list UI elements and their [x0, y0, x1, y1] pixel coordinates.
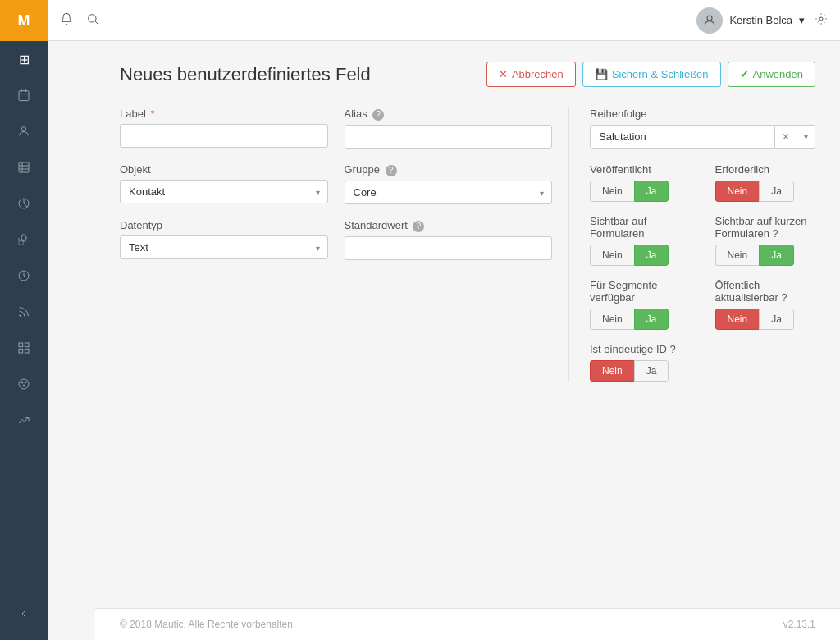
- svg-point-16: [19, 379, 29, 389]
- svg-line-21: [95, 21, 98, 24]
- check-icon: ✔: [740, 68, 749, 80]
- sichtbar-formulare-label: Sichtbar auf Formularen: [590, 215, 691, 240]
- apply-button[interactable]: ✔ Anwenden: [728, 62, 815, 87]
- sidebar-item-dashboard[interactable]: ⊞: [0, 41, 48, 77]
- erforderlich-nein[interactable]: Nein: [715, 181, 760, 202]
- page-title: Neues benutzerdefiniertes Feld: [120, 64, 371, 85]
- eindeutige-id-toggle: Nein Ja: [590, 360, 669, 382]
- sidebar-item-grid[interactable]: [0, 330, 48, 366]
- alias-help-icon: ?: [372, 109, 384, 121]
- erforderlich-toggle: Nein Ja: [715, 181, 794, 202]
- sidebar-item-rss[interactable]: [0, 294, 48, 330]
- label-input[interactable]: [120, 124, 328, 148]
- erforderlich-ja[interactable]: Ja: [759, 181, 794, 202]
- objekt-select[interactable]: Kontakt: [120, 180, 328, 203]
- gruppe-select-wrapper: Core ▾: [345, 181, 553, 204]
- save-button[interactable]: 💾 Sichern & Schließen: [582, 62, 721, 87]
- sichtbar-kurzen-label: Sichtbar auf kurzen Formularen ?: [715, 215, 816, 240]
- fuer-segmente-ja[interactable]: Ja: [634, 309, 669, 330]
- svg-rect-5: [19, 162, 29, 172]
- reihenfolge-input[interactable]: [590, 125, 775, 149]
- sidebar-item-clock[interactable]: [0, 258, 48, 294]
- user-menu[interactable]: Kerstin Belca ▾: [696, 7, 805, 34]
- oeffentlich-label: Öffentlich aktualisierbar ?: [715, 279, 816, 304]
- sichtbar-kurzen-ja[interactable]: Ja: [759, 245, 794, 266]
- reihenfolge-clear-button[interactable]: ✕: [775, 125, 797, 149]
- bell-icon[interactable]: [60, 12, 73, 29]
- toggle-row-2: Sichtbar auf Formularen Nein Ja Sichtbar…: [590, 215, 815, 266]
- reihenfolge-label: Reihenfolge: [590, 107, 815, 120]
- standardwert-help-icon: ?: [413, 221, 424, 232]
- label-field-label: Label *: [120, 107, 328, 120]
- fuer-segmente-group: Für Segmente verfügbar Nein Ja: [590, 279, 691, 330]
- gruppe-select[interactable]: Core: [345, 181, 553, 204]
- eindeutige-id-ja[interactable]: Ja: [634, 360, 669, 382]
- sidebar-item-palette[interactable]: [0, 366, 48, 402]
- sidebar-item-pie[interactable]: [0, 185, 48, 222]
- sichtbar-kurzen-help-icon: ?: [773, 227, 778, 240]
- svg-point-4: [21, 127, 25, 131]
- form-layout: Label * Alias ?: [120, 107, 815, 382]
- sidebar-item-puzzle[interactable]: [0, 222, 48, 258]
- reihenfolge-dropdown-button[interactable]: ▾: [797, 125, 815, 149]
- svg-rect-13: [25, 343, 29, 347]
- sidebar-item-chart[interactable]: [0, 402, 48, 438]
- veroeffentlicht-ja[interactable]: Ja: [634, 181, 669, 202]
- objekt-select-wrapper: Kontakt ▾: [120, 180, 328, 203]
- oeffentlich-ja[interactable]: Ja: [759, 309, 794, 330]
- main-content: Neues benutzerdefiniertes Feld ✕ Abbrech…: [95, 41, 840, 640]
- form-row-3: Datentyp Text ▾ Standardwert ?: [120, 219, 552, 260]
- topbar-right: Kerstin Belca ▾: [696, 7, 828, 34]
- form-row-1: Label * Alias ?: [120, 107, 552, 149]
- sidebar-item-calendar[interactable]: [0, 77, 48, 113]
- sichtbar-kurzen-toggle: Nein Ja: [715, 245, 794, 266]
- eindeutige-id-help-icon: ?: [670, 343, 676, 355]
- sidebar-item-table[interactable]: [0, 149, 48, 185]
- veroeffentlicht-nein[interactable]: Nein: [590, 181, 634, 202]
- svg-point-23: [819, 17, 823, 21]
- user-name: Kerstin Belca: [729, 14, 792, 26]
- standardwert-input[interactable]: [345, 236, 553, 260]
- cancel-button[interactable]: ✕ Abbrechen: [486, 62, 576, 87]
- footer-version: v2.13.1: [783, 619, 815, 630]
- footer: © 2018 Mautic. Alle Rechte vorbehalten. …: [95, 608, 840, 640]
- gear-icon[interactable]: [815, 12, 828, 29]
- fuer-segmente-nein[interactable]: Nein: [590, 309, 634, 330]
- content-area: Neues benutzerdefiniertes Feld ✕ Abbrech…: [95, 41, 840, 608]
- fuer-segmente-toggle: Nein Ja: [590, 309, 669, 330]
- sichtbar-formulare-ja[interactable]: Ja: [634, 245, 669, 266]
- standardwert-label: Standardwert ?: [345, 219, 553, 232]
- veroeffentlicht-group: Veröffentlicht Nein Ja: [590, 163, 691, 202]
- standardwert-group: Standardwert ?: [345, 219, 553, 260]
- svg-point-20: [89, 14, 96, 21]
- datentyp-select[interactable]: Text: [120, 235, 328, 259]
- sichtbar-formulare-toggle: Nein Ja: [590, 245, 669, 266]
- veroeffentlicht-label: Veröffentlicht: [590, 163, 691, 176]
- gruppe-label: Gruppe ?: [345, 163, 553, 176]
- topbar-icons: [60, 12, 99, 29]
- svg-point-19: [23, 385, 25, 386]
- header-actions: ✕ Abbrechen 💾 Sichern & Schließen ✔ Anwe…: [486, 62, 815, 87]
- oeffentlich-nein[interactable]: Nein: [715, 309, 760, 330]
- sidebar-collapse[interactable]: [0, 596, 48, 632]
- alias-input[interactable]: [345, 125, 553, 149]
- datentyp-label: Datentyp: [120, 219, 328, 231]
- sidebar: M ⊞: [0, 0, 48, 640]
- sidebar-item-contacts[interactable]: [0, 113, 48, 149]
- oeffentlich-group: Öffentlich aktualisierbar ? Nein Ja: [715, 279, 816, 330]
- logo[interactable]: M: [0, 0, 48, 41]
- topbar: Kerstin Belca ▾: [48, 0, 840, 41]
- reihenfolge-control: ✕ ▾: [590, 125, 815, 149]
- eindeutige-id-nein[interactable]: Nein: [590, 360, 634, 382]
- svg-point-17: [21, 382, 23, 383]
- reihenfolge-section: Reihenfolge ✕ ▾: [590, 107, 815, 149]
- form-row-2: Objekt Kontakt ▾ Gruppe ?: [120, 163, 552, 204]
- sichtbar-formulare-nein[interactable]: Nein: [590, 245, 634, 266]
- eindeutige-id-section: Ist eindeutige ID ? Nein Ja: [590, 343, 815, 382]
- search-icon[interactable]: [86, 12, 99, 29]
- datentyp-select-wrapper: Text ▾: [120, 235, 328, 259]
- svg-rect-15: [25, 349, 29, 353]
- form-right: Reihenfolge ✕ ▾ Veröffentlicht Nein Ja: [569, 107, 815, 382]
- required-star: *: [150, 107, 154, 120]
- sichtbar-kurzen-nein[interactable]: Nein: [715, 245, 760, 266]
